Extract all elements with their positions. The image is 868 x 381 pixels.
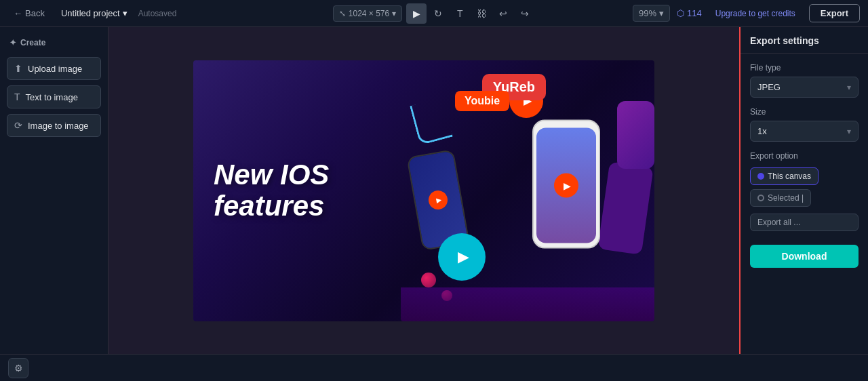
selected-label: Selected | xyxy=(768,193,804,203)
size-select[interactable]: 1x ▾ xyxy=(750,121,859,142)
radio-selected-icon xyxy=(757,173,764,180)
canvas-content: New IOS features YuReb Youbie xyxy=(193,60,654,321)
redo-toolbar-icon[interactable]: ↪ xyxy=(515,3,535,24)
export-option-label: Export option xyxy=(750,151,859,161)
this-canvas-button[interactable]: This canvas xyxy=(750,167,818,185)
text-toolbar-icon[interactable]: T xyxy=(450,3,470,24)
canvas-text-area: New IOS features xyxy=(193,139,401,242)
canvas-size-value: 1024 × 576 xyxy=(349,9,389,18)
back-button[interactable]: ← Back xyxy=(8,5,50,21)
canvas-size-selector[interactable]: ⤡ 1024 × 576 ▾ xyxy=(333,5,402,22)
resize-icon: ⤡ xyxy=(339,9,346,18)
topbar-right: 99% ▾ ⬡ 114 Upgrade to get credits Expor… xyxy=(580,4,860,22)
size-label: Size xyxy=(750,107,859,117)
camera-device xyxy=(617,101,654,169)
platform-base xyxy=(401,287,654,321)
main-layout: ✦ Create ⬆ Upload image T Text to image … xyxy=(0,27,868,354)
size-value: 1x xyxy=(757,126,767,136)
topbar-left: ← Back Untitled project ▾ Autosaved xyxy=(8,5,288,21)
sidebar-title: ✦ Create xyxy=(7,35,101,52)
chevron-down-icon: ▾ xyxy=(392,9,396,18)
chevron-down-icon: ▾ xyxy=(847,83,851,92)
ball-decoration-1 xyxy=(421,273,436,287)
project-name[interactable]: Untitled project ▾ xyxy=(56,5,133,21)
export-panel: Export settings File type JPEG ▾ Size 1x… xyxy=(739,27,868,354)
link-toolbar-icon[interactable]: ⛓ xyxy=(471,3,492,24)
arrow-decoration xyxy=(410,97,453,145)
chevron-down-icon: ▾ xyxy=(659,8,664,18)
yt-badge: Youbie xyxy=(455,91,509,111)
export-button[interactable]: Export xyxy=(809,4,860,22)
canvas-image: New IOS features YuReb Youbie xyxy=(193,60,654,321)
upload-image-button[interactable]: ⬆ Upload image xyxy=(7,57,101,80)
size-group: Size 1x ▾ xyxy=(750,107,859,142)
left-sidebar: ✦ Create ⬆ Upload image T Text to image … xyxy=(0,27,108,354)
autosaved-label: Autosaved xyxy=(138,9,177,18)
topbar: ← Back Untitled project ▾ Autosaved ⤡ 10… xyxy=(0,0,868,27)
canvas-phones: YuReb Youbie ▶ xyxy=(401,60,654,321)
upgrade-button[interactable]: Upgrade to get credits xyxy=(709,6,802,21)
zoom-control[interactable]: 99% ▾ xyxy=(633,5,670,22)
selected-button[interactable]: Selected | xyxy=(750,189,811,207)
image-convert-icon: ⟳ xyxy=(14,120,22,131)
zoom-value: 99% xyxy=(639,8,656,18)
credits-count: 114 xyxy=(687,8,702,18)
play-circle-large: ▶ xyxy=(438,233,486,281)
export-option-group: Export option This canvas Selected | Exp… xyxy=(750,151,859,231)
text-icon: T xyxy=(14,92,20,102)
credits-icon: ⬡ xyxy=(677,8,684,18)
text-to-image-button[interactable]: T Text to image xyxy=(7,85,101,108)
project-name-label: Untitled project xyxy=(61,8,120,18)
phone-main: ▶ xyxy=(532,120,600,249)
file-type-group: File type JPEG ▾ xyxy=(750,63,859,98)
canvas-headline: New IOS features xyxy=(214,159,387,222)
radio-empty-icon xyxy=(757,195,764,201)
image-to-image-button[interactable]: ⟳ Image to image xyxy=(7,114,101,137)
settings-icon: ⚙ xyxy=(14,363,23,374)
play-arrow-large: ▶ xyxy=(458,248,469,266)
panel-header: Export settings xyxy=(741,27,868,54)
file-type-value: JPEG xyxy=(757,82,781,92)
play-toolbar-icon[interactable]: ▶ xyxy=(406,3,427,24)
settings-button[interactable]: ⚙ xyxy=(8,358,28,378)
topbar-center: ⤡ 1024 × 576 ▾ ▶ ↻ T ⛓ ↩ ↪ xyxy=(294,3,574,24)
chevron-down-icon: ▾ xyxy=(123,8,127,18)
file-type-label: File type xyxy=(750,63,859,73)
toolbar-icons: ▶ ↻ T ⛓ ↩ ↪ xyxy=(406,3,535,24)
secondary-play-icon: ▶ xyxy=(427,189,449,211)
export-all-button[interactable]: Export all ... xyxy=(750,214,859,231)
back-label: Back xyxy=(25,8,45,18)
download-button[interactable]: Download xyxy=(750,245,859,268)
bottom-bar: ⚙ xyxy=(0,354,868,381)
panel-title: Export settings xyxy=(750,35,859,46)
export-option-buttons: This canvas Selected | xyxy=(750,167,859,207)
credits-badge[interactable]: ⬡ 114 xyxy=(677,8,702,18)
phone-screen: ▶ xyxy=(536,128,596,243)
back-arrow-icon: ← xyxy=(14,8,22,18)
export-all-label: Export all ... xyxy=(757,218,800,227)
phone-play-icon: ▶ xyxy=(554,174,578,198)
create-icon: ✦ xyxy=(9,38,16,47)
canvas-area[interactable]: New IOS features YuReb Youbie xyxy=(108,27,739,354)
phone-right xyxy=(597,161,653,255)
upload-icon: ⬆ xyxy=(14,63,22,74)
panel-body: File type JPEG ▾ Size 1x ▾ Export option xyxy=(741,54,868,277)
undo-toolbar-icon[interactable]: ↩ xyxy=(493,3,513,24)
chevron-down-icon: ▾ xyxy=(847,127,851,136)
file-type-select[interactable]: JPEG ▾ xyxy=(750,77,859,98)
refresh-toolbar-icon[interactable]: ↻ xyxy=(428,3,448,24)
this-canvas-label: This canvas xyxy=(768,172,811,181)
